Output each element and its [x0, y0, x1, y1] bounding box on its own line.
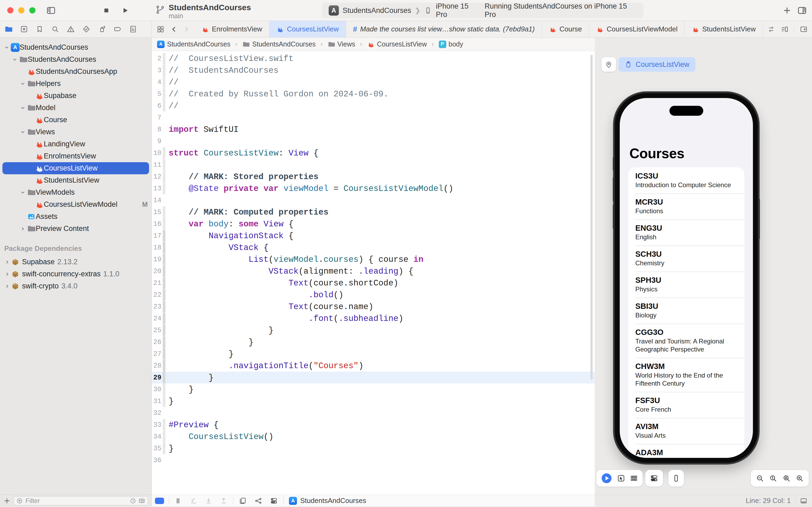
code-line-2[interactable]: 2// CoursesListView.swift [152, 53, 595, 64]
code-line-7[interactable]: 7 [152, 112, 595, 123]
sidebar-item-StudentsAndCourses[interactable]: StudentsAndCourses [0, 53, 152, 65]
scheme-name[interactable]: StudentsAndCourses [343, 6, 411, 15]
disclosure-down-icon[interactable] [4, 45, 10, 51]
course-row-SBI3U[interactable]: SBI3UBiology [628, 297, 744, 324]
package-item-Supabase[interactable]: Supabase2.13.2 [0, 256, 152, 268]
selectable-mode-button[interactable] [617, 474, 625, 483]
disclosure-right-icon[interactable] [20, 226, 26, 232]
sidebar-item-Model[interactable]: Model [0, 102, 152, 114]
code-line-19[interactable]: 19List(viewModel.courses) { course in [152, 253, 595, 265]
live-preview-button[interactable] [601, 472, 613, 484]
tests-navigator-icon[interactable] [82, 25, 91, 33]
sidebar-item-StudentsAndCoursesApp[interactable]: StudentsAndCoursesApp [0, 65, 152, 77]
adjacent-editors-icon[interactable] [174, 497, 182, 505]
course-row-CGG3O[interactable]: CGG3OTravel and Tourism: A Regional Geog… [628, 324, 744, 358]
iphone-screen[interactable]: Courses ICS3UIntroduction to Computer Sc… [620, 98, 753, 458]
debug-area-toggle-icon[interactable] [800, 497, 808, 505]
code-line-21[interactable]: 21Text(course.shortCode) [152, 277, 595, 289]
add-editor-icon[interactable] [800, 25, 808, 33]
preview-target-chip[interactable]: CoursesListView [619, 57, 695, 72]
preview-device-button[interactable] [669, 470, 684, 487]
sidebar-item-Preview Content[interactable]: Preview Content [0, 223, 152, 235]
debug-navigator-icon[interactable] [98, 25, 106, 33]
zoom-out-icon[interactable] [756, 474, 764, 483]
zoom-in-icon[interactable] [795, 474, 804, 483]
zoom-100-icon[interactable] [769, 474, 777, 483]
code-line-31[interactable]: 31} [152, 395, 595, 407]
sidebar-item-StudentsAndCourses[interactable]: AStudentsAndCourses [0, 41, 152, 53]
zoom-fit-icon[interactable] [782, 474, 791, 483]
breakpoints-navigator-icon[interactable] [113, 25, 122, 33]
editor-options-icon[interactable] [780, 25, 789, 33]
sidebar-item-EnrolmentsView[interactable]: EnrolmentsView [0, 150, 152, 162]
code-line-10[interactable]: 10struct CoursesListView: View { [152, 147, 595, 159]
code-line-5[interactable]: 5// Created by Russell Gordon on 2024-06… [152, 88, 595, 100]
swap-editor-icon[interactable] [767, 25, 775, 33]
code-line-24[interactable]: 24.font(.subheadline) [152, 313, 595, 324]
issues-navigator-icon[interactable] [67, 25, 75, 33]
course-row-SCH3U[interactable]: SCH3UChemistry [628, 245, 744, 272]
code-line-11[interactable]: 11 [152, 159, 595, 171]
code-line-28[interactable]: 28.navigationTitle("Courses") [152, 360, 595, 372]
code-line-30[interactable]: 30} [152, 384, 595, 395]
sidebar-item-CoursesListViewModel[interactable]: CoursesListViewModelM [0, 199, 152, 211]
code-line-29[interactable]: 29} [152, 372, 595, 384]
code-line-9[interactable]: 9 [152, 135, 595, 147]
code-line-32[interactable]: 32 [152, 407, 595, 419]
breadcrumb-item[interactable]: Views [328, 40, 355, 48]
project-navigator-icon[interactable] [4, 25, 13, 33]
course-row-ADA3M[interactable]: ADA3M [628, 444, 744, 458]
go-back-icon[interactable] [170, 25, 178, 33]
tab-2[interactable]: #Made the courses list view…show static … [346, 21, 542, 37]
code-line-27[interactable]: 27} [152, 348, 595, 360]
code-line-8[interactable]: 8import SwiftUI [152, 123, 595, 135]
code-structure-icon[interactable] [254, 497, 263, 505]
course-row-SPH3U[interactable]: SPH3UPhysics [628, 272, 744, 297]
package-item-swift-crypto[interactable]: swift-crypto3.4.0 [0, 280, 152, 292]
close-window-button[interactable] [7, 7, 13, 13]
code-line-22[interactable]: 22.bold() [152, 289, 595, 301]
course-row-MCR3U[interactable]: MCR3UFunctions [628, 193, 744, 219]
tab-1[interactable]: CoursesListView [269, 21, 346, 37]
sidebar-item-Helpers[interactable]: Helpers [0, 77, 152, 90]
code-line-3[interactable]: 3// StudentsAndCourses [152, 64, 595, 76]
code-line-33[interactable]: 33#Preview { [152, 419, 595, 431]
stop-button[interactable] [102, 6, 111, 15]
sidebar-item-CoursesListView[interactable]: CoursesListView [2, 162, 149, 174]
filter-input[interactable] [25, 497, 127, 505]
breadcrumb-item[interactable]: StudentsAndCourses [242, 40, 315, 48]
source-editor[interactable]: 2// CoursesListView.swift3// StudentsAnd… [152, 51, 595, 495]
code-line-34[interactable]: 34CoursesListView() [152, 431, 595, 443]
code-line-18[interactable]: 18VStack { [152, 242, 595, 253]
add-file-icon[interactable] [3, 497, 11, 505]
go-forward-icon[interactable] [183, 25, 190, 33]
scm-filter-icon[interactable] [138, 497, 145, 504]
changes-navigator-icon[interactable] [20, 25, 28, 33]
sidebar-item-Course[interactable]: Course [0, 114, 152, 126]
toggle-inspectors-icon[interactable] [797, 5, 807, 15]
code-line-15[interactable]: 15// MARK: Computed properties [152, 206, 595, 218]
jump-previous-icon[interactable] [189, 497, 197, 505]
course-row-AVI3M[interactable]: AVI3MVisual Arts [628, 418, 744, 444]
editor-mode-icon[interactable] [155, 498, 164, 504]
sidebar-item-Views[interactable]: Views [0, 126, 152, 138]
filter-field[interactable] [13, 496, 148, 505]
sidebar-item-Supabase[interactable]: Supabase [0, 90, 152, 102]
disclosure-down-icon[interactable] [12, 57, 18, 63]
editor-scrollbar[interactable] [590, 55, 593, 380]
code-line-13[interactable]: 13@State private var viewModel = Courses… [152, 183, 595, 194]
code-line-14[interactable]: 14 [152, 194, 595, 206]
code-review-icon[interactable] [239, 497, 247, 505]
breadcrumb-item[interactable]: CoursesListView [367, 40, 427, 48]
pin-preview-button[interactable] [601, 57, 616, 72]
sidebar-item-LandingView[interactable]: LandingView [0, 138, 152, 150]
sidebar-item-ViewModels[interactable]: ViewModels [0, 186, 152, 199]
disclosure-down-icon[interactable] [20, 129, 26, 135]
course-row-CHW3M[interactable]: CHW3MWorld History to the End of the Fif… [628, 358, 744, 392]
related-items-icon[interactable] [157, 25, 165, 33]
disclosure-down-icon[interactable] [20, 105, 26, 111]
next-issue-icon[interactable] [205, 497, 213, 505]
code-line-16[interactable]: 16var body: some View { [152, 218, 595, 230]
bookmarks-navigator-icon[interactable] [36, 25, 44, 33]
code-line-4[interactable]: 4// [152, 76, 595, 88]
